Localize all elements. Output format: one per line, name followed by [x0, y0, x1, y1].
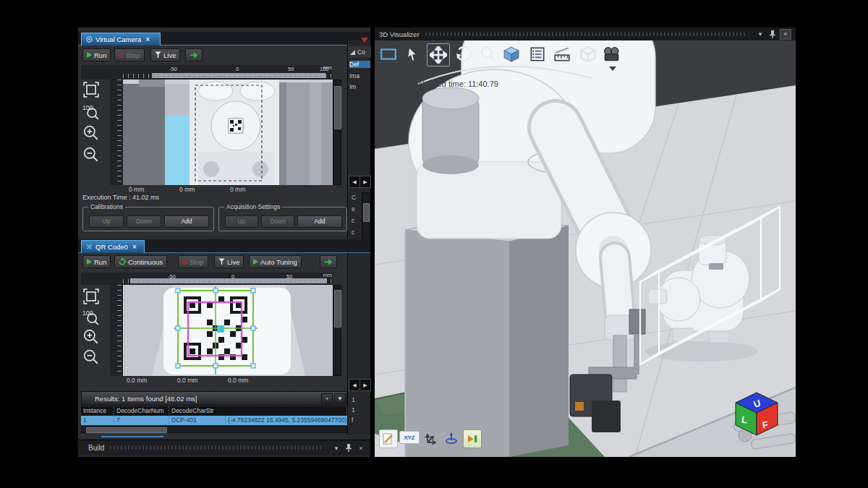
run-simulation-button[interactable] — [463, 429, 482, 448]
turntable-button[interactable] — [443, 429, 460, 447]
zoom-100-icon[interactable]: 100 — [82, 103, 100, 120]
measure-tool[interactable] — [551, 43, 573, 65]
build-close-icon[interactable]: × — [356, 443, 366, 453]
scene-list-tool[interactable] — [527, 43, 548, 65]
dock-arrow-icon[interactable] — [361, 38, 368, 43]
fit-to-view-icon[interactable] — [82, 288, 100, 305]
acquisition-up-button[interactable]: Up — [225, 215, 258, 228]
results-horizontal-scrollbar[interactable] — [81, 426, 347, 433]
tab-virtual-camera[interactable]: Virtual Camera × — [81, 33, 161, 46]
build-pin-icon[interactable] — [344, 443, 354, 453]
live-funnel-icon — [155, 51, 161, 59]
results-table-row[interactable]: 1 7 DCP-401 (-4.78234822 16.4945, 5.2355… — [81, 416, 347, 425]
vc-connect-button[interactable] — [185, 48, 203, 61]
edit-scene-button[interactable] — [379, 429, 398, 448]
qr-vertical-scrollbar[interactable] — [333, 285, 341, 376]
col-decodecharstr[interactable]: DecodeCharStr — [169, 406, 347, 416]
zoom-in-icon[interactable] — [82, 124, 100, 142]
build-dropdown-icon[interactable]: ▾ — [331, 443, 341, 453]
tab-virtual-camera-label: Virtual Camera — [95, 35, 141, 43]
simulation-elapsed-time: Simulation elapsed time: 11:40.79 — [379, 80, 498, 88]
vc-stop-label: Stop — [126, 51, 140, 59]
qr-continuous-button[interactable]: Continuous — [114, 255, 167, 268]
wireframe-tool[interactable] — [577, 43, 599, 65]
3d-scene-viewport[interactable]: U L F — [375, 40, 796, 457]
vc-live-button[interactable]: Live — [150, 48, 180, 61]
drag-texture — [110, 446, 323, 450]
zoom-out-icon[interactable] — [82, 146, 100, 163]
acquisition-settings-title: Acquisition Settings — [224, 203, 282, 210]
tab-qr-code0-label: QR Code0 — [95, 243, 128, 251]
vc-run-button[interactable]: Run — [82, 48, 111, 61]
axes-display-button[interactable] — [422, 429, 440, 447]
side-panel-item-image[interactable]: Ima — [349, 72, 370, 80]
xyz-coordinates-button[interactable]: XYZ — [399, 431, 420, 444]
scroll-right-button2[interactable]: ▶ — [359, 379, 371, 391]
qr-camera-viewport[interactable] — [123, 285, 333, 376]
vc-stop-button[interactable]: Stop — [114, 48, 145, 61]
col-decodecharnum[interactable]: DecodeCharNum — [114, 406, 169, 416]
tab-virtual-camera-close-icon[interactable]: × — [145, 35, 150, 43]
zoom-in-icon[interactable] — [82, 328, 100, 346]
vc-view-tools: 100 — [82, 81, 103, 163]
build-bar[interactable]: Build ▾ × — [78, 440, 370, 455]
calibrations-up-button[interactable]: Up — [89, 215, 124, 228]
results-dropdown-button[interactable]: ▼ — [334, 393, 346, 403]
calibrations-add-button[interactable]: Add — [164, 215, 209, 228]
acquisition-add-button[interactable]: Add — [297, 215, 342, 228]
col-instance[interactable]: Instance — [81, 406, 114, 416]
results-add-button[interactable]: + — [321, 393, 333, 403]
play-icon — [87, 52, 92, 58]
scroll-right-button[interactable]: ▶ — [359, 176, 371, 188]
orbit-tool[interactable] — [453, 43, 475, 65]
qr-connect-button[interactable] — [320, 255, 337, 268]
visualizer-dropdown-icon[interactable]: ▾ — [755, 30, 765, 39]
qr-run-button[interactable]: Run — [82, 255, 111, 268]
zoom-100-icon[interactable]: 100 — [82, 308, 100, 325]
qr-stop-button[interactable]: Stop — [178, 255, 208, 268]
vc-vertical-scrollbar[interactable] — [333, 80, 341, 185]
vc-camera-viewport[interactable] — [123, 80, 333, 185]
results-bar: Results: 1 Items found [48.02 ms] — [81, 391, 347, 406]
side-panel-item-default[interactable]: Def — [349, 61, 370, 68]
zoom-tool[interactable] — [477, 43, 499, 65]
vc-scrollbar-thumb[interactable] — [334, 86, 341, 129]
zoom-out-icon[interactable] — [82, 348, 100, 366]
acquisition-down-button[interactable]: Down — [261, 215, 294, 228]
scroll-left-button2[interactable]: ◀ — [349, 379, 360, 391]
qr-ruler-unit: mm — [323, 272, 333, 278]
qr-autotuning-button[interactable]: Auto Tuning — [249, 255, 302, 268]
side-panel-scrollbar-thumb[interactable] — [363, 203, 370, 222]
scroll-left-button[interactable]: ◀ — [349, 176, 360, 188]
capture-dropdown-icon[interactable] — [609, 67, 616, 71]
capture-video-tool[interactable] — [600, 43, 622, 65]
visualizer-pin-icon[interactable] — [767, 30, 778, 39]
tab-qr-code0-close-icon[interactable]: × — [132, 243, 137, 251]
vc-ruler-label: 50 — [288, 66, 294, 72]
calibrations-down-button[interactable]: Down — [127, 215, 161, 228]
results-scrollbar-thumb[interactable] — [86, 427, 167, 433]
qr-scrollbar-thumb[interactable] — [334, 290, 341, 328]
qr-ruler-label: 0 — [231, 273, 234, 280]
clipped-text: e — [352, 205, 355, 213]
vc-mm-label: 0 mm — [179, 186, 195, 193]
pan-tool[interactable] — [427, 43, 450, 67]
vc-ruler-vertical — [110, 80, 123, 185]
visualizer-close-icon[interactable]: × — [780, 29, 791, 40]
svg-text:100: 100 — [82, 104, 93, 111]
pointer-tool[interactable] — [402, 43, 424, 65]
tab-qr-code0[interactable]: QR Code0 × — [81, 240, 145, 253]
select-region-tool[interactable] — [378, 43, 399, 65]
side-panel-scrollbar[interactable] — [362, 192, 370, 240]
fit-to-view-icon[interactable] — [82, 81, 100, 98]
qr-view-tools: 100 — [82, 288, 103, 366]
side-panel-item-image2[interactable]: Im — [349, 83, 370, 90]
clipped-text: 1 — [352, 396, 355, 403]
side-panel-header[interactable]: Co — [348, 46, 371, 58]
qr-ruler-horizontal: -50 0 50 mm — [123, 273, 333, 285]
visualizer-titlebar[interactable]: 3D Visualizer ▾ × — [375, 27, 796, 40]
vc-run-label: Run — [94, 51, 106, 59]
results-summary: Results: 1 Items found [48.02 ms] — [95, 395, 197, 403]
view-cube-tool[interactable] — [501, 43, 522, 65]
qr-live-button[interactable]: Live — [214, 255, 244, 268]
